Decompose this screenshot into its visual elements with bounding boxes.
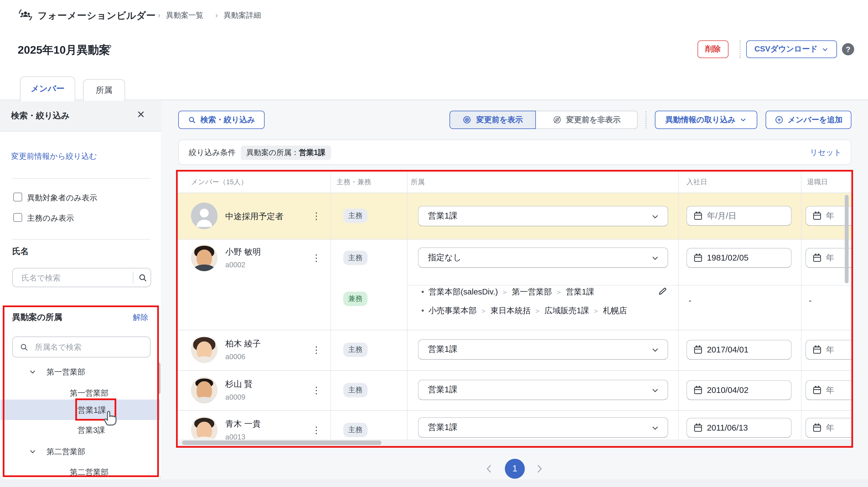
reset-link[interactable]: リセット (810, 148, 842, 158)
member-code: a0009 (225, 393, 245, 401)
hire-date-value: 年/月/日 (707, 211, 737, 221)
path-segment: 営業本部(salesDiv.) (429, 287, 498, 296)
edit-title-pencil-icon[interactable] (103, 44, 113, 53)
delete-button[interactable]: 削除 (698, 40, 728, 58)
row-divider (178, 239, 851, 240)
col-header-resign-date: 退職日 (807, 172, 828, 193)
member-name: 中途採用予定者 (225, 211, 283, 222)
member-name: 杉山 賢 (225, 379, 252, 390)
csv-download-button[interactable]: CSVダウンロード (746, 40, 837, 58)
col-header-duty: 主務・兼務 (337, 172, 371, 193)
hire-date-input[interactable]: 2010/04/02 (686, 380, 792, 400)
calendar-icon (812, 423, 822, 433)
sidebar-scrollbar-thumb[interactable] (157, 363, 161, 394)
table-vertical-scrollbar-thumb[interactable] (845, 195, 849, 283)
hire-date-input[interactable]: 1981/02/05 (686, 248, 792, 268)
hire-date-input[interactable]: 年/月/日 (686, 206, 792, 226)
chevron-down-icon[interactable] (29, 368, 36, 376)
app-title: フォーメーションビルダー (38, 9, 156, 22)
hire-date-input[interactable]: 2017/04/01 (686, 340, 792, 360)
kebab-menu-icon[interactable]: ⋮ (312, 386, 321, 395)
close-icon[interactable]: ✕ (137, 109, 145, 121)
eye-off-icon (552, 115, 562, 125)
checkbox-primary-only-label[interactable]: 主務のみ表示 (27, 214, 74, 224)
path-segment: 小売事業本部 (429, 306, 476, 315)
resign-date-value: 年 (826, 345, 834, 355)
breadcrumb-separator-icon: › (158, 10, 160, 19)
name-search-input[interactable] (21, 273, 128, 283)
tree-item-eigyo3ka[interactable]: 営業3課 (78, 426, 105, 436)
resign-date-input[interactable]: 年 (805, 206, 851, 226)
search-icon[interactable] (138, 273, 148, 283)
tree-item-dai2-eigyobu-self[interactable]: 第二営業部 (70, 468, 108, 478)
resign-date-input[interactable]: 年 (805, 418, 851, 438)
delete-button-label: 削除 (705, 44, 721, 54)
resign-date-input[interactable]: 年 (805, 340, 851, 360)
add-member-label: メンバーを追加 (788, 115, 843, 125)
checkbox-transfer-only-label[interactable]: 異動対象者のみ表示 (27, 193, 97, 203)
help-icon[interactable]: ? (842, 43, 854, 55)
department-select[interactable]: 営業1課 (418, 339, 668, 360)
dept-search-field[interactable] (12, 336, 151, 358)
col-header-member: メンバー（15人） (191, 172, 248, 193)
path-separator-icon: ＞ (534, 306, 541, 315)
filter-chip-prefix: 異動案の所属： (246, 148, 299, 158)
app-logo-icon (18, 7, 33, 23)
chevron-down-icon[interactable] (29, 448, 36, 455)
pagination-next-icon[interactable] (533, 463, 545, 475)
tree-item-dai1-eigyobu[interactable]: 第一営業部 (46, 367, 85, 377)
divider (12, 178, 151, 179)
department-select-value: 営業1課 (428, 422, 458, 433)
department-select[interactable]: 営業1課 (418, 417, 668, 438)
department-select[interactable]: 営業1課 (418, 380, 668, 400)
resign-date-input[interactable]: 年 (805, 248, 851, 268)
column-divider (331, 172, 331, 439)
name-search-field[interactable] (12, 268, 151, 287)
bullet-icon: • (421, 287, 424, 296)
column-divider (407, 172, 407, 439)
filter-condition-label: 絞り込み条件 (189, 148, 236, 158)
department-select[interactable]: 指定なし (418, 247, 668, 268)
pagination-prev-icon[interactable] (483, 463, 496, 475)
tree-item-dai2-eigyobu[interactable]: 第二営業部 (46, 447, 85, 457)
hide-before-change-toggle[interactable]: 変更前を非表示 (536, 111, 638, 129)
kebab-menu-icon[interactable]: ⋮ (312, 253, 321, 263)
duty-badge-secondary: 兼務 (343, 292, 368, 306)
chevron-down-icon (651, 424, 659, 432)
tab-affiliation-label: 所属 (96, 85, 112, 95)
clear-selection-link[interactable]: 解除 (133, 313, 148, 323)
import-transfer-info-button[interactable]: 異動情報の取り込み (655, 111, 757, 129)
path-segment: 広域販売1課 (545, 306, 589, 315)
search-icon (188, 115, 197, 124)
calendar-icon (812, 211, 822, 221)
duty-badge-primary: 主務 (343, 251, 368, 265)
hand-cursor-icon (102, 407, 120, 426)
tree-item-dai1-eigyobu-self[interactable]: 第一営業部 (70, 389, 108, 399)
kebab-menu-icon[interactable]: ⋮ (312, 426, 321, 435)
pagination-page-1[interactable]: 1 (505, 459, 525, 479)
filter-by-before-change-link[interactable]: 変更前情報から絞り込む (11, 152, 97, 162)
search-filter-label: 検索・絞り込み (200, 115, 255, 125)
column-divider (801, 172, 802, 439)
kebab-menu-icon[interactable]: ⋮ (312, 211, 321, 221)
show-before-change-toggle[interactable]: 変更前を表示 (450, 111, 536, 129)
name-section-label: 氏名 (12, 246, 29, 257)
dept-section-title: 異動案の所属 (12, 312, 62, 323)
concurrent-path-1: •営業本部(salesDiv.)＞第一営業部＞営業1課 (421, 286, 594, 297)
search-filter-button[interactable]: 検索・絞り込み (178, 111, 265, 129)
tab-member[interactable]: メンバー (20, 76, 75, 101)
tab-affiliation[interactable]: 所属 (83, 79, 125, 100)
add-member-button[interactable]: メンバーを追加 (766, 111, 851, 129)
sidebar-header: 検索・絞り込み ✕ (0, 100, 161, 132)
checkbox-transfer-only[interactable] (13, 192, 22, 202)
breadcrumb-transfer-list[interactable]: 異動案一覧 (166, 10, 204, 21)
kebab-menu-icon[interactable]: ⋮ (312, 345, 321, 355)
edit-paths-pencil-icon[interactable] (657, 285, 668, 297)
dept-search-input[interactable] (34, 342, 144, 352)
hire-date-input[interactable]: 2011/06/13 (686, 418, 792, 438)
breadcrumb-transfer-detail: 異動案詳細 (224, 10, 261, 21)
checkbox-primary-only[interactable] (13, 213, 22, 222)
table-horizontal-scrollbar-thumb[interactable] (182, 440, 381, 445)
resign-date-input[interactable]: 年 (805, 380, 851, 400)
department-select[interactable]: 営業1課 (418, 206, 668, 226)
